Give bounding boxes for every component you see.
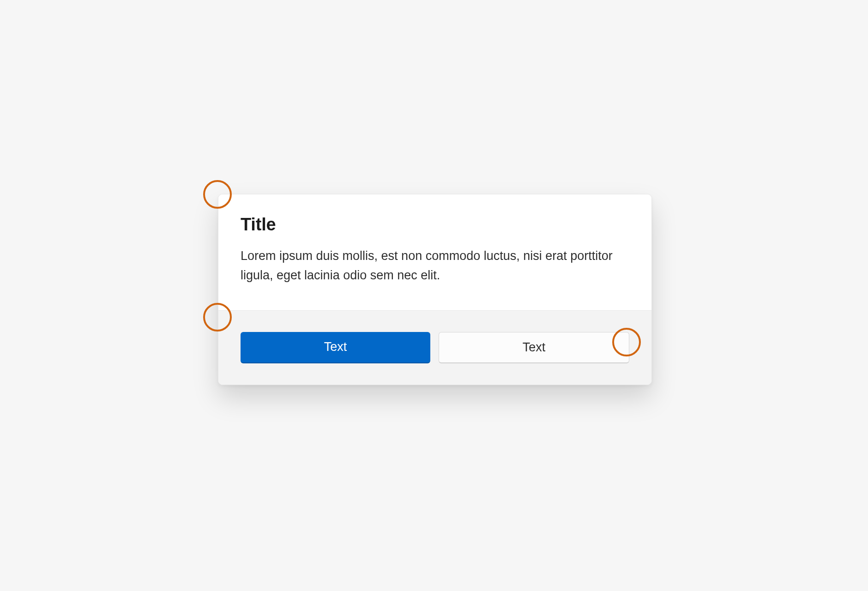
dialog-body: Title Lorem ipsum duis mollis, est non c… [218,194,651,310]
dialog-footer: Text Text [218,310,651,385]
content-dialog: Title Lorem ipsum duis mollis, est non c… [218,194,652,385]
primary-button[interactable]: Text [241,332,430,363]
example-canvas: Title Lorem ipsum duis mollis, est non c… [130,89,738,502]
secondary-button[interactable]: Text [439,332,629,363]
dialog-body-text: Lorem ipsum duis mollis, est non commodo… [241,247,629,285]
dialog-title: Title [241,215,629,235]
